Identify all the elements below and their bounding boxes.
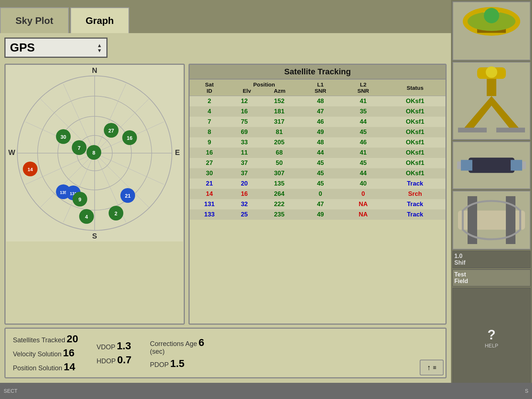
table-row: 9 33 205 48 46 OKsf1 <box>190 137 445 148</box>
table-row: 14 16 264 0 0 Srch <box>190 189 445 199</box>
pdop-stat: PDOP 1.5 <box>150 358 204 370</box>
sat-id: 14 <box>190 189 229 199</box>
svg-text:S: S <box>92 232 97 240</box>
sat-l1: 45 <box>299 168 342 179</box>
sat-status: OKsf1 <box>385 158 445 168</box>
sat-l2: 44 <box>342 168 384 179</box>
sat-id: 9 <box>190 137 229 148</box>
help-button[interactable]: ? HELP <box>452 288 531 388</box>
arrow-down[interactable]: ▼ <box>97 48 102 53</box>
col-l2-snr: L2SNR <box>342 80 384 96</box>
sat-azm: 317 <box>260 117 299 127</box>
sat-azm: 152 <box>260 96 299 107</box>
sat-elv: 16 <box>229 189 259 199</box>
scroll-button[interactable]: ↑ ≡ <box>420 360 444 375</box>
sat-status: Srch <box>385 189 445 199</box>
sat-l2: 41 <box>342 96 384 107</box>
col-sat-id: SatID <box>190 80 229 96</box>
arrow-up[interactable]: ▲ <box>97 43 102 48</box>
svg-point-4 <box>484 8 499 24</box>
gps-selector[interactable]: GPS ▲ ▼ <box>4 38 108 58</box>
svg-text:E: E <box>175 148 180 156</box>
sat-azm: 181 <box>260 106 299 117</box>
sat-status: OKsf1 <box>385 168 445 179</box>
sat-azm: 235 <box>260 209 299 220</box>
table-row: 30 37 307 45 44 OKsf1 <box>190 168 445 179</box>
svg-rect-14 <box>469 158 515 173</box>
sat-l2: 41 <box>342 148 384 158</box>
svg-text:W: W <box>8 148 15 156</box>
sat-l2: 40 <box>342 179 384 189</box>
help-label: HELP <box>485 343 498 349</box>
sat-status: OKsf1 <box>385 127 445 137</box>
tool-icon[interactable] <box>452 191 531 250</box>
tab-sky-plot[interactable]: Sky Plot <box>0 7 69 33</box>
sat-azm: 222 <box>260 199 299 209</box>
sat-l2: 0 <box>342 189 384 199</box>
tracking-panel: Satellite Tracking SatID PositionElvAzm … <box>189 64 447 325</box>
sat-status: Track <box>385 199 445 209</box>
sat-elv: 20 <box>229 179 259 189</box>
test-field-button[interactable]: Test Field <box>452 269 531 286</box>
sat-l1: 48 <box>299 137 342 148</box>
svg-text:135: 135 <box>60 190 67 195</box>
sat-l2: NA <box>342 199 384 209</box>
tool-svg <box>453 191 530 249</box>
tracking-title: Satellite Tracking <box>190 65 445 80</box>
sat-l2: 45 <box>342 158 384 168</box>
help-question-mark: ? <box>487 327 496 343</box>
sky-plot-area: N S E W 30 27 16 7 <box>6 65 184 324</box>
svg-rect-15 <box>461 160 472 170</box>
satellites-tracked-stat: Satellites Tracked 20 <box>13 333 78 345</box>
sat-l1: 47 <box>299 106 342 117</box>
sat-azm: 205 <box>260 137 299 148</box>
sat-status: OKsf1 <box>385 117 445 127</box>
sat-l1: 44 <box>299 148 342 158</box>
top-controls: GPS ▲ ▼ <box>4 38 447 58</box>
sat-l2: NA <box>342 209 384 220</box>
sat-status: OKsf1 <box>385 96 445 107</box>
svg-marker-6 <box>463 96 520 130</box>
gps-arrows[interactable]: ▲ ▼ <box>97 43 102 53</box>
sat-id: 7 <box>190 117 229 127</box>
satellite-icon[interactable] <box>452 141 531 189</box>
svg-text:8: 8 <box>92 150 95 156</box>
svg-rect-8 <box>496 128 525 133</box>
sat-id: 8 <box>190 127 229 137</box>
svg-text:27: 27 <box>108 128 114 134</box>
velocity-solution-stat: Velocity Solution 16 <box>13 347 78 359</box>
table-row: 131 32 222 47 NA Track <box>190 199 445 209</box>
version-info: 1.0 Shif <box>452 251 531 268</box>
sat-elv: 12 <box>229 96 259 107</box>
sat-l1: 48 <box>299 96 342 107</box>
svg-text:21: 21 <box>125 193 131 199</box>
svg-text:2: 2 <box>114 211 117 216</box>
tripod-icon[interactable] <box>452 62 531 140</box>
table-row: 133 25 235 49 NA Track <box>190 209 445 220</box>
sat-elv: 69 <box>229 127 259 137</box>
sat-l1: 45 <box>299 179 342 189</box>
gps-device-icon[interactable] <box>452 1 531 60</box>
tracking-table: SatID PositionElvAzm L1SNR L2SNR Status … <box>190 80 445 220</box>
position-solution-stat: Position Solution 14 <box>13 361 78 373</box>
sat-id: 133 <box>190 209 229 220</box>
table-row: 16 11 68 44 41 OKsf1 <box>190 148 445 158</box>
sat-l1: 49 <box>299 209 342 220</box>
bottom-right-label: S <box>525 388 528 394</box>
sat-l1: 45 <box>299 158 342 168</box>
tab-graph[interactable]: Graph <box>70 7 130 33</box>
sat-id: 4 <box>190 106 229 117</box>
sat-l1: 49 <box>299 127 342 137</box>
svg-text:30: 30 <box>60 134 66 140</box>
sat-azm: 307 <box>260 168 299 179</box>
sat-elv: 37 <box>229 168 259 179</box>
sat-status: OKsf1 <box>385 137 445 148</box>
sat-l2: 46 <box>342 137 384 148</box>
table-header-row: SatID PositionElvAzm L1SNR L2SNR Status <box>190 80 445 96</box>
far-right-sidebar: 1.0 Shif Test Field ? HELP SECT <box>451 0 532 399</box>
gps-label: GPS <box>10 41 94 54</box>
sat-id: 2 <box>190 96 229 107</box>
sat-id: 30 <box>190 168 229 179</box>
sat-azm: 81 <box>260 127 299 137</box>
sat-elv: 25 <box>229 209 259 220</box>
